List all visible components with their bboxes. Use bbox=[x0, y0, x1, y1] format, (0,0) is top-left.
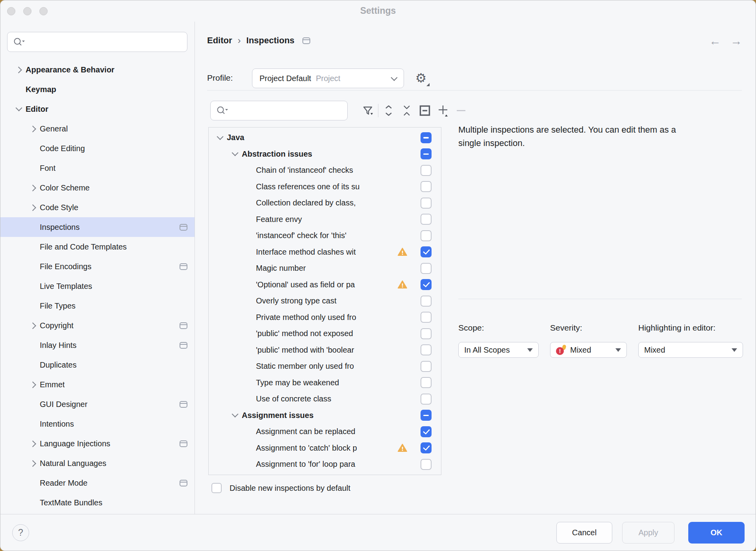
tree-row-assignment-to-catch-block-p[interactable]: Assignment to 'catch' block p bbox=[209, 440, 441, 457]
inspection-checkbox[interactable] bbox=[421, 230, 432, 241]
ok-button[interactable]: OK bbox=[688, 522, 745, 544]
sidebar-item-language-injections[interactable]: Language Injections bbox=[0, 434, 195, 453]
inspection-checkbox[interactable] bbox=[421, 132, 432, 143]
tree-row-chain-of-instanceof-checks[interactable]: Chain of 'instanceof' checks bbox=[209, 162, 441, 179]
sidebar-item-color-scheme[interactable]: Color Scheme bbox=[0, 178, 195, 198]
inspection-checkbox[interactable] bbox=[421, 394, 432, 405]
scope-dropdown[interactable]: In All Scopes bbox=[458, 342, 539, 358]
chevron-icon[interactable] bbox=[26, 422, 40, 426]
remove-icon[interactable] bbox=[452, 104, 470, 118]
chevron-icon[interactable] bbox=[26, 244, 40, 249]
sidebar-item-code-style[interactable]: Code Style bbox=[0, 198, 195, 217]
breadcrumb-editor[interactable]: Editor bbox=[207, 35, 232, 46]
chevron-icon[interactable] bbox=[26, 126, 40, 131]
reset-selection-icon[interactable] bbox=[416, 104, 434, 118]
chevron-icon[interactable] bbox=[26, 362, 40, 367]
sidebar-item-inlay-hints[interactable]: Inlay Hints bbox=[0, 335, 195, 355]
chevron-icon[interactable] bbox=[26, 500, 40, 505]
chevron-icon[interactable] bbox=[26, 225, 40, 229]
inspection-checkbox[interactable] bbox=[421, 410, 432, 421]
sidebar-item-natural-languages[interactable]: Natural Languages bbox=[0, 453, 195, 473]
inspection-checkbox[interactable] bbox=[421, 214, 432, 225]
tree-row-overly-strong-type-cast[interactable]: Overly strong type cast bbox=[209, 293, 441, 309]
tree-row-abstraction-issues[interactable]: Abstraction issues bbox=[209, 146, 441, 163]
profile-dropdown[interactable]: Project Default Project bbox=[252, 68, 404, 88]
chevron-icon[interactable] bbox=[26, 441, 40, 446]
tree-row-class-references-one-of-its-su[interactable]: Class references one of its su bbox=[209, 179, 441, 195]
disable-new-inspections-checkbox[interactable] bbox=[211, 483, 222, 493]
collapse-all-icon[interactable] bbox=[398, 104, 416, 118]
sidebar-item-file-encodings[interactable]: File Encodings bbox=[0, 257, 195, 276]
chevron-icon[interactable] bbox=[26, 481, 40, 485]
chevron-icon[interactable] bbox=[26, 382, 40, 387]
tree-row-feature-envy[interactable]: Feature envy bbox=[209, 211, 441, 228]
inspection-checkbox[interactable] bbox=[421, 246, 432, 257]
sidebar-item-duplicates[interactable]: Duplicates bbox=[0, 355, 195, 375]
tree-row-assignment-can-be-replaced[interactable]: Assignment can be replaced bbox=[209, 423, 441, 440]
sidebar-item-emmet[interactable]: Emmet bbox=[0, 375, 195, 394]
tree-row-java[interactable]: Java bbox=[209, 129, 441, 146]
sidebar-item-inspections[interactable]: Inspections bbox=[0, 217, 195, 237]
tree-row-interface-method-clashes-wit[interactable]: Interface method clashes wit bbox=[209, 244, 441, 261]
sidebar-item-copyright[interactable]: Copyright bbox=[0, 316, 195, 335]
help-button[interactable]: ? bbox=[12, 524, 29, 541]
tree-row-public-method-with-boolear[interactable]: 'public' method with 'boolear bbox=[209, 342, 441, 359]
chevron-icon[interactable] bbox=[26, 343, 40, 348]
severity-dropdown[interactable]: ! Mixed bbox=[550, 342, 627, 358]
sidebar-item-reader-mode[interactable]: Reader Mode bbox=[0, 473, 195, 493]
inspection-checkbox[interactable] bbox=[421, 361, 432, 372]
sidebar-item-textmate-bundles[interactable]: TextMate Bundles bbox=[0, 493, 195, 512]
sidebar-item-gui-designer[interactable]: GUI Designer bbox=[0, 394, 195, 414]
sidebar-item-code-editing[interactable]: Code Editing bbox=[0, 139, 195, 158]
highlighting-dropdown[interactable]: Mixed bbox=[638, 342, 743, 358]
inspection-checkbox[interactable] bbox=[421, 426, 432, 437]
chevron-icon[interactable] bbox=[26, 461, 40, 466]
add-icon[interactable] bbox=[434, 104, 452, 118]
back-arrow-button[interactable]: ← bbox=[709, 34, 721, 48]
forward-arrow-button[interactable]: → bbox=[730, 34, 742, 48]
chevron-icon[interactable] bbox=[26, 264, 40, 269]
tree-row-private-method-only-used-fro[interactable]: Private method only used fro bbox=[209, 309, 441, 326]
inspection-checkbox[interactable] bbox=[421, 263, 432, 274]
cancel-button[interactable]: Cancel bbox=[556, 522, 612, 544]
settings-search-input[interactable] bbox=[7, 32, 187, 52]
tree-row-assignment-to-for-loop-para[interactable]: Assignment to 'for' loop para bbox=[209, 456, 441, 473]
inspection-checkbox[interactable] bbox=[421, 198, 432, 209]
inspection-checkbox[interactable] bbox=[421, 344, 432, 355]
sidebar-item-intentions[interactable]: Intentions bbox=[0, 414, 195, 434]
sidebar-item-general[interactable]: General bbox=[0, 119, 195, 139]
chevron-icon[interactable] bbox=[26, 303, 40, 308]
tree-row-assignment-issues[interactable]: Assignment issues bbox=[209, 407, 441, 424]
tree-row-type-may-be-weakened[interactable]: Type may be weakened bbox=[209, 375, 441, 391]
sidebar-item-font[interactable]: Font bbox=[0, 158, 195, 178]
inspection-checkbox[interactable] bbox=[421, 442, 432, 453]
sidebar-item-live-templates[interactable]: Live Templates bbox=[0, 276, 195, 296]
tree-row-magic-number[interactable]: Magic number bbox=[209, 260, 441, 277]
inspection-checkbox[interactable] bbox=[421, 377, 432, 388]
sidebar-item-editor[interactable]: Editor bbox=[0, 99, 195, 119]
inspection-checkbox[interactable] bbox=[421, 312, 432, 323]
inspection-checkbox[interactable] bbox=[421, 328, 432, 339]
chevron-icon[interactable] bbox=[26, 166, 40, 170]
inspection-checkbox[interactable] bbox=[421, 459, 432, 470]
inspections-search-input[interactable] bbox=[210, 101, 348, 120]
tree-row-static-member-only-used-fro[interactable]: Static member only used fro bbox=[209, 358, 441, 375]
sidebar-item-appearance-behavior[interactable]: Appearance & Behavior bbox=[0, 60, 195, 80]
chevron-icon[interactable] bbox=[213, 135, 227, 140]
chevron-icon[interactable] bbox=[12, 67, 26, 72]
apply-button[interactable]: Apply bbox=[622, 522, 674, 544]
profile-settings-button[interactable]: ⚙ bbox=[413, 70, 429, 86]
sidebar-item-file-types[interactable]: File Types bbox=[0, 296, 195, 316]
chevron-icon[interactable] bbox=[12, 107, 26, 111]
tree-row-use-of-concrete-class[interactable]: Use of concrete class bbox=[209, 391, 441, 407]
chevron-icon[interactable] bbox=[26, 323, 40, 328]
inspection-checkbox[interactable] bbox=[421, 279, 432, 290]
chevron-icon[interactable] bbox=[26, 185, 40, 190]
sidebar-item-file-and-code-templates[interactable]: File and Code Templates bbox=[0, 237, 195, 257]
inspection-checkbox[interactable] bbox=[421, 296, 432, 307]
tree-row-collection-declared-by-class[interactable]: Collection declared by class, bbox=[209, 195, 441, 211]
chevron-icon[interactable] bbox=[26, 402, 40, 407]
chevron-icon[interactable] bbox=[26, 146, 40, 151]
tree-row-optional-used-as-field-or-pa[interactable]: 'Optional' used as field or pa bbox=[209, 277, 441, 293]
chevron-icon[interactable] bbox=[228, 413, 242, 418]
